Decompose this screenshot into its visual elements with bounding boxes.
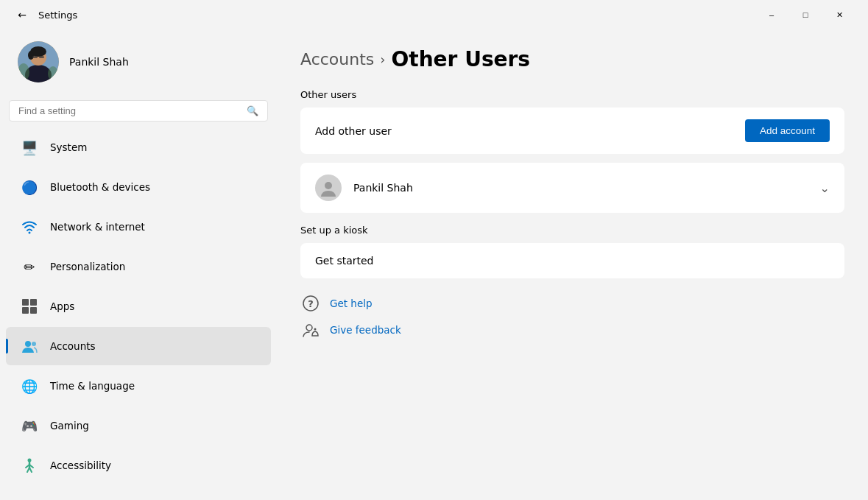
sidebar-item-label-apps: Apps xyxy=(50,300,74,312)
svg-point-4 xyxy=(28,51,34,60)
sidebar-item-label-time: Time & language xyxy=(50,380,135,392)
window-controls: – □ ✕ xyxy=(755,3,856,27)
kiosk-label: Get started xyxy=(315,255,374,267)
give-feedback-label: Give feedback xyxy=(330,324,401,336)
search-box: 🔍 xyxy=(9,100,268,122)
user-profile[interactable]: Pankil Shah xyxy=(6,32,271,94)
svg-text:?: ? xyxy=(308,298,314,309)
search-container: 🔍 xyxy=(0,97,277,127)
svg-point-25 xyxy=(306,325,312,331)
sidebar-item-system[interactable]: 🖥️ System xyxy=(6,128,271,166)
svg-point-9 xyxy=(29,232,31,234)
help-links: ? Get help Give feedback xyxy=(300,293,844,340)
other-users-section-title: Other users xyxy=(300,89,844,100)
get-help-label: Get help xyxy=(330,297,373,309)
add-account-button[interactable]: Add account xyxy=(745,119,830,142)
back-button[interactable]: ← xyxy=(12,4,32,25)
sidebar-item-label-accessibility: Accessibility xyxy=(50,459,111,471)
sidebar-item-label-system: System xyxy=(50,141,87,153)
svg-rect-6 xyxy=(39,56,44,58)
user-name: Pankil Shah xyxy=(69,56,129,68)
sidebar-item-label-accounts: Accounts xyxy=(50,340,96,352)
personalization-icon: ✏️ xyxy=(18,255,41,278)
svg-line-21 xyxy=(29,468,32,472)
minimize-button[interactable]: – xyxy=(755,3,788,27)
bluetooth-icon: 🔵 xyxy=(18,175,41,199)
avatar xyxy=(18,41,59,82)
kiosk-card: Get started xyxy=(300,243,844,278)
accounts-icon xyxy=(18,334,41,358)
sidebar-item-personalization[interactable]: ✏️ Personalization xyxy=(6,247,271,286)
system-icon: 🖥️ xyxy=(18,135,41,159)
search-icon[interactable]: 🔍 xyxy=(247,105,258,116)
titlebar: ← Settings – □ ✕ xyxy=(0,0,868,29)
gaming-icon: 🎮 xyxy=(18,414,41,437)
close-button[interactable]: ✕ xyxy=(822,3,856,27)
user-row-avatar xyxy=(315,175,342,201)
svg-point-14 xyxy=(25,341,31,347)
breadcrumb-parent[interactable]: Accounts xyxy=(300,50,374,68)
sidebar-item-accessibility[interactable]: Accessibility xyxy=(6,446,271,485)
time-icon: 🌐 xyxy=(18,374,41,398)
sidebar-item-label-bluetooth: Bluetooth & devices xyxy=(50,181,150,193)
breadcrumb: Accounts › Other Users xyxy=(300,47,844,71)
app-title: Settings xyxy=(38,10,77,21)
svg-rect-10 xyxy=(22,299,29,306)
apps-icon xyxy=(18,295,41,318)
breadcrumb-current: Other Users xyxy=(392,47,531,71)
kiosk-section: Set up a kiosk Get started xyxy=(300,225,844,278)
svg-point-7 xyxy=(18,63,29,81)
give-feedback-link[interactable]: Give feedback xyxy=(300,320,844,340)
svg-point-8 xyxy=(48,66,58,81)
sidebar-item-time[interactable]: 🌐 Time & language xyxy=(6,367,271,405)
sidebar-item-label-gaming: Gaming xyxy=(50,420,89,432)
breadcrumb-separator: › xyxy=(380,52,385,67)
svg-rect-5 xyxy=(32,56,38,58)
main-layout: Pankil Shah 🔍 🖥️ System 🔵 Bluetooth & de… xyxy=(0,29,868,500)
user-row-card: Pankil Shah ⌄ xyxy=(300,163,844,213)
pankil-shah-row[interactable]: Pankil Shah ⌄ xyxy=(300,163,844,213)
sidebar-item-label-personalization: Personalization xyxy=(50,261,125,272)
sidebar-item-apps[interactable]: Apps xyxy=(6,287,271,325)
kiosk-section-title: Set up a kiosk xyxy=(300,225,844,236)
sidebar: Pankil Shah 🔍 🖥️ System 🔵 Bluetooth & de… xyxy=(0,29,277,500)
sidebar-item-accounts[interactable]: Accounts xyxy=(6,327,271,365)
add-other-user-card: Add other user Add account xyxy=(300,108,844,154)
svg-point-26 xyxy=(314,328,317,331)
svg-point-22 xyxy=(325,182,332,189)
svg-point-15 xyxy=(32,342,36,346)
user-row-name: Pankil Shah xyxy=(353,182,820,194)
accessibility-icon xyxy=(18,454,41,477)
svg-rect-12 xyxy=(22,307,29,314)
content-area: Accounts › Other Users Other users Add o… xyxy=(277,29,868,500)
give-feedback-icon xyxy=(300,320,321,340)
get-help-link[interactable]: ? Get help xyxy=(300,293,844,314)
chevron-down-icon: ⌄ xyxy=(820,181,830,195)
kiosk-row: Get started xyxy=(300,243,844,278)
svg-rect-13 xyxy=(30,307,37,314)
get-help-icon: ? xyxy=(300,293,321,314)
sidebar-item-network[interactable]: Network & internet xyxy=(6,208,271,246)
sidebar-item-label-network: Network & internet xyxy=(50,221,145,233)
maximize-button[interactable]: □ xyxy=(788,3,822,27)
search-input[interactable] xyxy=(18,105,241,116)
network-icon xyxy=(18,215,41,239)
sidebar-item-bluetooth[interactable]: 🔵 Bluetooth & devices xyxy=(6,168,271,206)
add-user-row: Add other user Add account xyxy=(300,108,844,154)
svg-rect-11 xyxy=(30,299,37,306)
sidebar-item-gaming[interactable]: 🎮 Gaming xyxy=(6,406,271,445)
add-user-label: Add other user xyxy=(315,125,745,137)
